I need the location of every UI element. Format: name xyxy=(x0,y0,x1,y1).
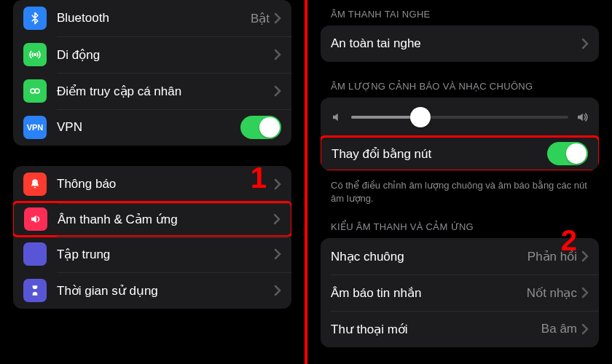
change-with-buttons-row[interactable]: Thay đổi bằng nút xyxy=(321,135,599,170)
voicemail-row[interactable]: Thư thoại mới Ba âm xyxy=(321,311,599,347)
vpn-icon: VPN xyxy=(23,116,47,139)
sounds-row[interactable]: Âm thanh & Cảm ứng xyxy=(13,201,291,237)
settings-root-screen: Bluetooth Bật Di động Điểm truy cập cá n… xyxy=(0,0,306,364)
ringer-slider-row xyxy=(321,98,599,137)
speaker-high-icon xyxy=(576,111,589,124)
hotspot-label: Điểm truy cập cá nhân xyxy=(57,84,274,99)
chevron-right-icon xyxy=(581,38,589,50)
general-group: Thông báo Âm thanh & Cảm ứng Tập trung xyxy=(13,166,291,309)
text-tone-row[interactable]: Âm báo tin nhắn Nốt nhạc xyxy=(321,274,599,311)
screentime-row[interactable]: Thời gian sử dụng xyxy=(13,272,291,309)
focus-row[interactable]: Tập trung xyxy=(13,236,291,272)
headphone-group: An toàn tai nghe xyxy=(321,25,599,62)
sounds-icon xyxy=(24,207,47,231)
screentime-label: Thời gian sử dụng xyxy=(57,283,274,298)
ringtone-label: Nhạc chuông xyxy=(331,249,527,264)
step-marker-1: 1 xyxy=(251,162,267,194)
vpn-toggle[interactable] xyxy=(240,116,281,139)
ringer-footer: Có thể điều chỉnh âm lượng chuông và âm … xyxy=(307,173,612,213)
chevron-right-icon xyxy=(274,178,281,190)
svg-point-2 xyxy=(35,89,39,93)
chevron-right-icon xyxy=(274,85,281,97)
svg-point-1 xyxy=(31,89,35,93)
voicemail-value: Ba âm xyxy=(541,322,577,336)
notifications-row[interactable]: Thông báo xyxy=(13,166,291,202)
change-with-buttons-toggle[interactable] xyxy=(547,142,588,165)
chevron-right-icon xyxy=(274,49,281,60)
hotspot-icon xyxy=(23,79,47,103)
step-marker-2: 2 xyxy=(561,224,577,257)
notifications-icon xyxy=(23,173,47,196)
right-inner-1: An toàn tai nghe xyxy=(307,25,612,62)
cellular-icon xyxy=(23,43,47,66)
left-inner: Bluetooth Bật Di động Điểm truy cập cá n… xyxy=(0,0,305,309)
bluetooth-value: Bật xyxy=(251,11,270,26)
ringer-slider[interactable] xyxy=(351,116,568,119)
patterns-group: Nhạc chuông Phản hồi Âm báo tin nhắn Nốt… xyxy=(321,238,599,347)
connectivity-group: Bluetooth Bật Di động Điểm truy cập cá n… xyxy=(13,0,291,146)
speaker-low-icon xyxy=(331,111,344,124)
chevron-right-icon xyxy=(273,213,280,225)
bluetooth-row[interactable]: Bluetooth Bật xyxy=(13,0,291,36)
ringer-slider-thumb[interactable] xyxy=(410,107,431,127)
chevron-right-icon xyxy=(581,250,589,262)
headphone-header: ÂM THANH TAI NGHE xyxy=(307,4,612,25)
sounds-settings-screen: ÂM THANH TAI NGHE An toàn tai nghe ÂM LƯ… xyxy=(306,0,612,364)
bluetooth-icon xyxy=(23,7,47,30)
headphone-safety-label: An toàn tai nghe xyxy=(331,36,581,51)
chevron-right-icon xyxy=(581,287,589,298)
ringer-group: Thay đổi bằng nút xyxy=(321,98,599,170)
chevron-right-icon xyxy=(274,248,281,260)
bluetooth-label: Bluetooth xyxy=(57,11,251,25)
chevron-right-icon xyxy=(274,285,281,296)
notifications-label: Thông báo xyxy=(57,177,274,191)
headphone-safety-row[interactable]: An toàn tai nghe xyxy=(321,25,599,62)
text-tone-value: Nốt nhạc xyxy=(527,285,577,301)
cellular-label: Di động xyxy=(57,47,274,63)
right-inner-2: Thay đổi bằng nút xyxy=(307,98,612,170)
vpn-row[interactable]: VPN VPN xyxy=(13,109,291,146)
text-tone-label: Âm báo tin nhắn xyxy=(331,285,527,301)
sounds-label: Âm thanh & Cảm ứng xyxy=(58,212,273,227)
svg-point-0 xyxy=(34,54,36,55)
change-with-buttons-label: Thay đổi bằng nút xyxy=(332,146,547,162)
focus-label: Tập trung xyxy=(57,247,274,262)
voicemail-label: Thư thoại mới xyxy=(331,322,541,337)
screentime-icon xyxy=(23,279,47,302)
ringer-header: ÂM LƯỢNG CẢNH BÁO VÀ NHẠC CHUÔNG xyxy=(307,76,612,98)
chevron-right-icon xyxy=(274,12,281,24)
focus-icon xyxy=(23,242,47,266)
chevron-right-icon xyxy=(581,323,589,335)
vpn-label: VPN xyxy=(57,120,240,135)
hotspot-row[interactable]: Điểm truy cập cá nhân xyxy=(13,73,291,109)
cellular-row[interactable]: Di động xyxy=(13,36,291,73)
ringtone-row[interactable]: Nhạc chuông Phản hồi xyxy=(321,238,599,274)
